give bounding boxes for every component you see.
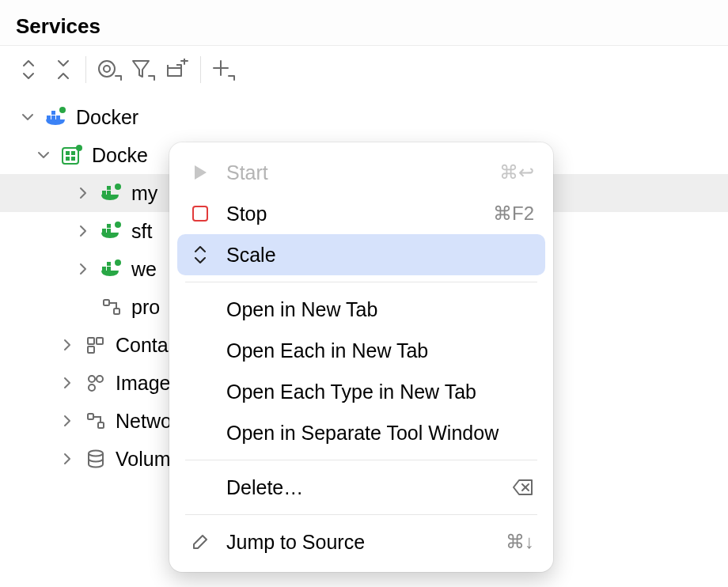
svg-point-36 [97,376,103,382]
chevron-right-icon[interactable] [74,184,92,202]
tree-node-docker[interactable]: Docker [0,98,728,136]
docker-icon [44,105,68,129]
chevron-right-icon[interactable] [74,260,92,278]
expand-all-button[interactable] [11,54,46,85]
chevron-down-icon[interactable] [35,146,52,164]
svg-rect-33 [97,338,103,344]
menu-label: Start [226,161,499,184]
containers-icon [84,333,108,357]
svg-rect-18 [102,191,106,195]
service-icon [100,257,123,281]
menu-item-scale[interactable]: Scale [177,234,545,275]
network-icon [100,295,123,319]
menu-item-stop[interactable]: Stop ⌘F2 [177,193,545,234]
menu-shortcut: ⌘↓ [506,531,534,553]
svg-rect-19 [107,191,111,195]
node-label: pro [131,296,160,319]
svg-rect-20 [107,186,111,190]
networks-icon [84,409,108,433]
menu-item-open-new-tab[interactable]: Open in New Tab [177,289,545,330]
svg-point-37 [89,384,95,391]
new-window-button[interactable] [161,54,195,85]
node-label: Docke [92,144,148,167]
compose-icon [60,143,84,167]
collapse-all-button[interactable] [46,54,81,85]
svg-point-17 [76,145,82,151]
toolbar [0,46,728,93]
svg-rect-8 [51,116,55,119]
svg-rect-10 [56,116,60,119]
filter-button[interactable] [126,54,161,85]
svg-rect-7 [47,116,51,119]
svg-rect-27 [107,267,111,271]
menu-label: Open in Separate Tool Window [226,422,534,445]
svg-point-25 [115,222,121,228]
add-button[interactable] [206,54,241,85]
menu-item-open-each-new-tab[interactable]: Open Each in New Tab [177,330,545,371]
svg-point-35 [89,376,95,382]
chevron-right-icon[interactable] [59,450,76,468]
icon-placeholder [188,380,212,403]
volumes-icon [84,447,108,471]
menu-label: Delete… [226,476,512,499]
service-icon [100,219,123,243]
icon-placeholder [188,297,212,321]
menu-item-jump-to-source[interactable]: Jump to Source ⌘↓ [177,521,545,562]
menu-shortcut: ⌘F2 [493,203,534,225]
stop-icon [188,202,212,225]
delete-icon [512,479,534,496]
toolbar-separator [200,56,201,83]
node-label: Netwo [116,410,172,433]
svg-point-0 [99,61,115,77]
chevron-right-icon[interactable] [74,222,92,240]
chevron-down-icon[interactable] [19,108,36,126]
chevron-right-icon[interactable] [59,412,76,430]
svg-rect-30 [104,300,109,305]
menu-label: Open Each Type in New Tab [226,381,534,403]
svg-point-40 [89,451,103,456]
menu-shortcut: ⌘↩ [499,161,534,184]
svg-rect-41 [193,206,207,221]
node-label: Volum [116,448,170,471]
menu-item-delete[interactable]: Delete… [177,467,545,508]
page-title: Services [16,14,712,39]
svg-rect-39 [98,422,104,428]
svg-rect-23 [107,229,111,233]
images-icon [84,371,108,395]
service-icon [100,181,123,205]
chevron-right-icon[interactable] [59,374,76,392]
svg-rect-22 [102,229,106,233]
svg-point-21 [115,184,121,190]
menu-label: Scale [226,244,534,267]
menu-separator [185,282,537,282]
svg-rect-16 [71,157,75,161]
menu-item-start[interactable]: Start ⌘↩ [177,152,545,193]
scale-icon [188,243,212,267]
svg-point-29 [115,259,121,266]
menu-label: Stop [226,203,493,225]
node-label: sft [131,220,152,243]
svg-rect-26 [102,267,106,271]
show-options-button[interactable] [91,54,126,85]
pencil-icon [188,530,212,554]
node-label: Docker [76,106,138,129]
icon-placeholder [188,475,212,499]
menu-separator [185,460,537,460]
menu-label: Open in New Tab [226,298,534,321]
icon-placeholder [188,421,212,445]
svg-rect-31 [114,309,119,314]
chevron-right-icon[interactable] [59,336,76,354]
menu-item-open-separate-window[interactable]: Open in Separate Tool Window [177,412,545,453]
svg-rect-24 [107,224,111,228]
toolbar-separator [85,56,86,83]
svg-point-1 [104,66,110,72]
node-label: Conta [116,334,169,357]
node-label: Image [116,372,170,395]
svg-rect-13 [66,151,70,155]
menu-separator [185,514,537,515]
svg-rect-28 [107,262,111,266]
svg-rect-14 [71,151,75,155]
play-icon [188,161,212,184]
menu-item-open-each-type-new-tab[interactable]: Open Each Type in New Tab [177,371,545,412]
icon-placeholder [188,339,212,362]
